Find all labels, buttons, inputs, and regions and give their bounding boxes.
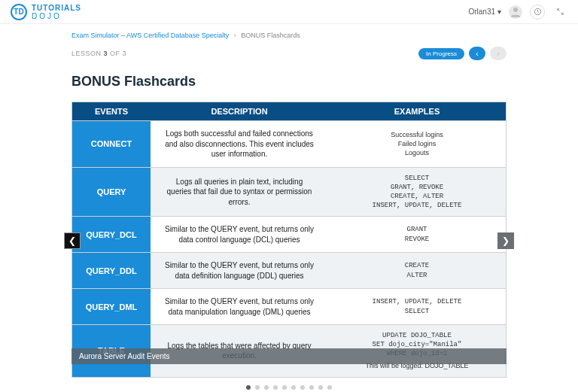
example-cell: INSERT, UPDATE, DELETESELECT (328, 289, 506, 325)
user-menu[interactable]: Orlan31 ▾ (468, 8, 501, 16)
caption-link[interactable]: Aurora Server Audit Events (79, 352, 170, 360)
app-header: TD TUTORIALS DOJO Orlan31 ▾ (0, 0, 578, 24)
prev-lesson-button[interactable]: ‹ (469, 47, 485, 60)
carousel-dot[interactable] (300, 385, 305, 390)
event-cell: QUERY_DML (72, 289, 151, 325)
description-cell: Logs all queries in plain text, includin… (151, 167, 328, 217)
event-cell: QUERY_DCL (72, 217, 151, 253)
description-cell: Similar to the QUERY event, but returns … (151, 289, 328, 325)
user-name: Orlan31 (468, 8, 495, 16)
flashcard: EVENTS DESCRIPTION EXAMPLES CONNECTLogs … (71, 102, 507, 378)
description-cell: Logs both successful and failed connecti… (151, 121, 328, 168)
col-header-examples: EXAMPLES (328, 102, 506, 121)
main-content: Exam Simulator – AWS Certified Database … (0, 24, 578, 390)
breadcrumb: Exam Simulator – AWS Certified Database … (71, 32, 507, 39)
table-row: QUERYLogs all queries in plain text, inc… (72, 167, 506, 217)
carousel-dot[interactable] (327, 385, 332, 390)
table-row: QUERY_DDLSimilar to the QUERY event, but… (72, 253, 506, 289)
breadcrumb-sep: › (234, 32, 236, 39)
carousel-next-button[interactable]: ❯ (497, 232, 514, 249)
expand-icon[interactable] (552, 5, 567, 20)
brand-text: TUTORIALS DOJO (32, 4, 81, 20)
description-cell: Similar to the QUERY event, but returns … (151, 217, 328, 253)
page-title: BONUS Flashcards (71, 74, 507, 90)
col-header-description: DESCRIPTION (151, 102, 328, 121)
carousel-dot[interactable] (318, 385, 323, 390)
description-cell: Similar to the QUERY event, but returns … (151, 253, 328, 289)
carousel-dot[interactable] (291, 385, 296, 390)
carousel-dot[interactable] (264, 385, 269, 390)
event-cell: QUERY (72, 167, 151, 217)
caption-bar: Aurora Server Audit Events (71, 348, 507, 364)
example-cell: SELECTGRANT, REVOKECREATE, ALTERINSERT, … (328, 167, 506, 217)
table-row: QUERY_DMLSimilar to the QUERY event, but… (72, 289, 506, 325)
breadcrumb-current: BONUS Flashcards (241, 32, 300, 39)
brand-badge: TD (11, 4, 27, 20)
chevron-down-icon: ▾ (497, 8, 501, 16)
example-cell: Successful loginsFailed loginsLogouts (328, 121, 506, 168)
carousel-dot[interactable] (309, 385, 314, 390)
table-row: QUERY_DCLSimilar to the QUERY event, but… (72, 217, 506, 253)
svg-point-0 (513, 8, 518, 12)
carousel-dots (71, 385, 507, 390)
carousel-dot[interactable] (273, 385, 278, 390)
lesson-nav: In Progress ‹ › (418, 47, 507, 60)
history-icon[interactable] (530, 5, 545, 20)
events-table: EVENTS DESCRIPTION EXAMPLES CONNECTLogs … (72, 102, 506, 377)
lesson-row: LESSON 3 OF 3 In Progress ‹ › (71, 47, 507, 60)
carousel-dot[interactable] (255, 385, 260, 390)
carousel-prev-button[interactable]: ❮ (64, 232, 81, 249)
carousel-dot[interactable] (246, 385, 251, 390)
lesson-counter: LESSON 3 OF 3 (71, 50, 126, 57)
avatar[interactable] (509, 5, 522, 19)
status-badge: In Progress (418, 48, 464, 59)
col-header-events: EVENTS (72, 102, 151, 121)
example-cell: GRANTREVOKE (328, 217, 506, 253)
breadcrumb-link-course[interactable]: Exam Simulator – AWS Certified Database … (71, 32, 229, 39)
table-row: CONNECTLogs both successful and failed c… (72, 121, 506, 168)
brand-logo[interactable]: TD TUTORIALS DOJO (11, 4, 81, 20)
carousel-dot[interactable] (282, 385, 287, 390)
example-cell: CREATEALTER (328, 253, 506, 289)
next-lesson-button: › (490, 47, 507, 60)
flashcard-wrapper: ❮ ❯ EVENTS DESCRIPTION EXAMPLES CONNECTL… (71, 102, 507, 390)
event-cell: CONNECT (72, 121, 151, 168)
user-area: Orlan31 ▾ (468, 5, 567, 20)
event-cell: QUERY_DDL (72, 253, 151, 289)
